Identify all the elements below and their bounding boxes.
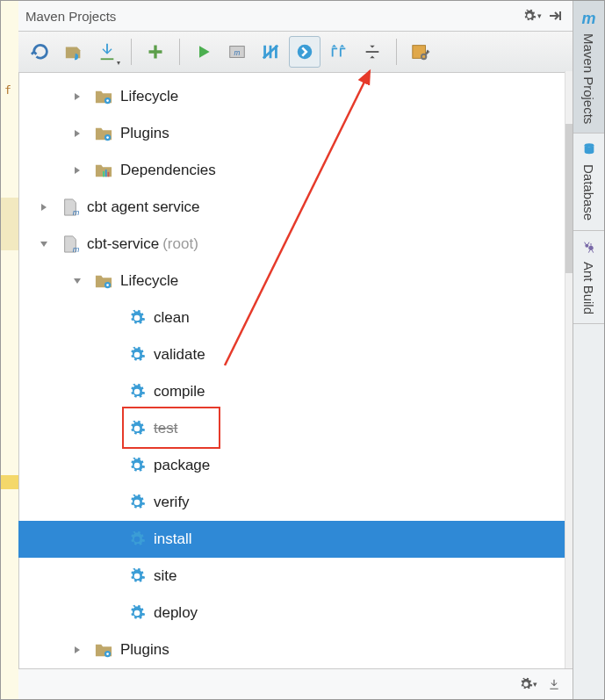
tree-item-label: cbt-service [87, 235, 159, 253]
svg-rect-8 [103, 171, 104, 177]
tree-item-label: cbt agent service [87, 198, 200, 216]
show-dependencies-button[interactable] [324, 37, 354, 67]
ant-icon [582, 240, 596, 256]
tree-item-plugins[interactable]: Plugins [18, 631, 573, 668]
chevron-right-icon[interactable] [40, 203, 55, 212]
file-m-icon: m [61, 235, 80, 254]
database-icon [582, 142, 596, 159]
svg-text:m: m [234, 49, 241, 57]
toggle-offline-button[interactable] [256, 37, 285, 67]
svg-text:m: m [73, 245, 79, 254]
folder-gear-icon [94, 640, 113, 660]
chevron-right-icon[interactable] [73, 646, 89, 654]
tree-item-label: deploy [154, 604, 198, 622]
tree-item-label: Lifecycle [120, 88, 178, 105]
tree-item-package[interactable]: package [18, 447, 573, 484]
folder-gear-icon [94, 271, 113, 291]
svg-rect-3 [413, 46, 426, 59]
chevron-right-icon[interactable] [73, 129, 89, 138]
maven-panel: Maven Projects ▾ ▾ m Lifecycl [18, 1, 573, 670]
svg-point-5 [106, 99, 109, 102]
panel-title: Maven Projects [25, 9, 520, 24]
tree-item-label: compile [154, 383, 205, 401]
toolbar: ▾ m [18, 32, 573, 73]
folder-deps-icon [94, 161, 113, 180]
svg-point-7 [106, 136, 109, 139]
gear-icon [127, 603, 147, 623]
skip-tests-button[interactable] [289, 36, 321, 68]
settings-button[interactable]: ▾ [522, 5, 543, 26]
svg-text:m: m [73, 208, 79, 217]
chevron-right-icon[interactable] [73, 92, 89, 101]
download-button[interactable]: ▾ [92, 37, 122, 67]
chevron-right-icon[interactable] [73, 166, 89, 175]
chevron-down-icon[interactable] [73, 277, 89, 285]
tree-item-lifecycle[interactable]: Lifecycle [18, 263, 573, 299]
project-tree[interactable]: LifecyclePluginsDependenciesmcbt agent s… [18, 73, 573, 670]
gear-icon [127, 419, 147, 438]
tree-item-deploy[interactable]: deploy [18, 595, 573, 631]
sidebar-tab-maven[interactable]: m Maven Projects [573, 1, 604, 134]
tree-item-label: Plugins [120, 125, 169, 142]
tree-item-dependencies[interactable]: Dependencies [18, 152, 573, 189]
hide-button[interactable] [544, 5, 565, 26]
tree-item-cbt-service[interactable]: mcbt-service(root) [18, 226, 573, 263]
add-project-button[interactable] [140, 37, 170, 67]
folder-gear-icon [94, 87, 113, 106]
gear-icon [127, 308, 147, 328]
gear-icon [127, 530, 147, 549]
tree-item-lifecycle[interactable]: Lifecycle [18, 78, 573, 115]
tree-item-install[interactable]: install [18, 521, 573, 558]
root-suffix: (root) [162, 235, 198, 253]
tree-item-label: site [154, 567, 176, 585]
maven-settings-button[interactable] [406, 37, 436, 67]
panel-header: Maven Projects ▾ [18, 1, 573, 32]
footer-settings-button[interactable]: ▾ [517, 674, 538, 695]
reimport-button[interactable] [25, 37, 55, 67]
sidebar-tab-ant[interactable]: Ant Build [573, 231, 604, 324]
svg-point-16 [106, 653, 109, 655]
tree-item-site[interactable]: site [18, 558, 573, 595]
file-m-icon: m [61, 198, 80, 217]
tree-item-label: Dependencies [120, 162, 216, 179]
tree-item-label: test [154, 420, 177, 437]
gear-icon [127, 493, 147, 512]
tree-item-label: Lifecycle [120, 272, 178, 290]
tree-item-compile[interactable]: compile [18, 373, 573, 410]
tree-item-plugins[interactable]: Plugins [18, 115, 573, 152]
svg-point-14 [106, 284, 109, 286]
tree-item-label: Plugins [120, 641, 169, 659]
maven-icon: m [582, 10, 596, 28]
scrollbar[interactable] [565, 71, 573, 668]
sidebar-tab-database[interactable]: Database [573, 134, 604, 230]
tree-item-validate[interactable]: validate [18, 336, 573, 373]
tree-item-clean[interactable]: clean [18, 299, 573, 336]
svg-rect-9 [105, 170, 107, 177]
tree-item-label: install [154, 530, 191, 548]
tree-item-label: verify [154, 494, 190, 511]
execute-goal-button[interactable]: m [222, 37, 252, 67]
gear-icon [127, 345, 147, 364]
tree-item-test[interactable]: test [18, 410, 573, 447]
collapse-all-button[interactable] [357, 37, 387, 67]
generate-sources-button[interactable] [59, 37, 89, 67]
footer-download-button[interactable] [544, 674, 565, 695]
tree-item-label: validate [154, 346, 205, 364]
gear-icon [127, 566, 147, 586]
panel-footer: ▾ [18, 668, 573, 699]
tree-item-label: package [154, 457, 210, 474]
tool-window-bar: m Maven Projects Database Ant Build [573, 1, 604, 700]
tree-item-label: clean [154, 309, 190, 327]
gear-icon [127, 382, 147, 401]
tree-item-verify[interactable]: verify [18, 484, 573, 521]
svg-point-20 [588, 245, 593, 249]
chevron-down-icon[interactable] [40, 240, 55, 249]
gear-icon [127, 456, 147, 475]
svg-point-18 [584, 144, 594, 148]
svg-rect-10 [108, 172, 110, 177]
tree-item-cbt-agent-service[interactable]: mcbt agent service [18, 189, 573, 226]
editor-gutter: f [1, 1, 19, 700]
run-button[interactable] [189, 37, 219, 67]
folder-gear-icon [94, 124, 113, 143]
